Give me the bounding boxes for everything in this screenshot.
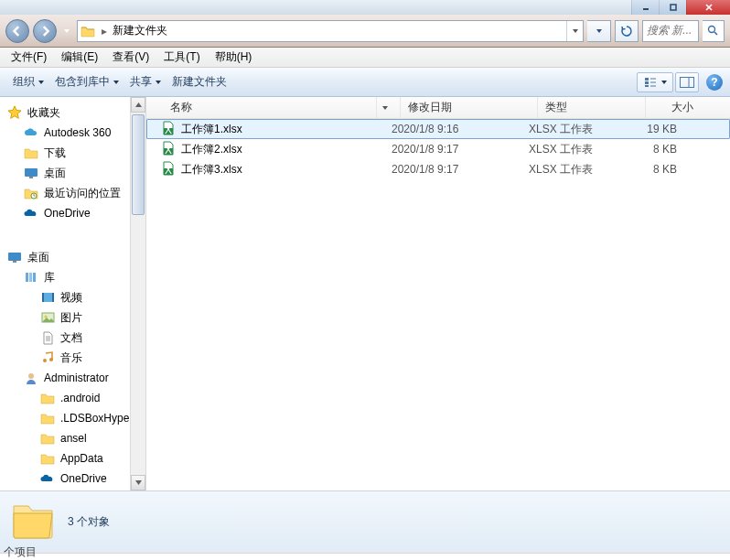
- sidebar-item-desktop-fav[interactable]: 桌面: [0, 163, 145, 183]
- menu-help[interactable]: 帮助(H): [208, 48, 260, 67]
- svg-line-5: [714, 32, 717, 35]
- cloud-icon: [24, 125, 38, 140]
- sidebar-item-onedrive-user[interactable]: OneDrive: [0, 468, 145, 489]
- file-type: XLSX 工作表: [521, 142, 629, 157]
- svg-rect-6: [645, 78, 649, 81]
- nav-back-button[interactable]: [5, 19, 29, 43]
- new-folder-button[interactable]: 新建文件夹: [166, 71, 232, 92]
- column-header-date[interactable]: 修改日期: [401, 97, 538, 118]
- sidebar-item-ansel[interactable]: ansel: [0, 428, 145, 448]
- preview-pane-button[interactable]: [675, 72, 699, 92]
- svg-rect-8: [645, 85, 649, 87]
- file-row[interactable]: X工作簿3.xlsx 2020/1/8 9:17 XLSX 工作表 8 KB: [146, 159, 730, 179]
- onedrive-icon: [24, 206, 38, 221]
- address-dropdown-button[interactable]: [587, 20, 611, 42]
- sidebar-item-pictures[interactable]: 图片: [0, 307, 145, 328]
- svg-rect-21: [33, 273, 36, 282]
- sidebar-libraries[interactable]: 库: [0, 267, 145, 287]
- file-row[interactable]: X工作簿2.xlsx 2020/1/8 9:17 XLSX 工作表 8 KB: [146, 139, 730, 159]
- svg-point-30: [43, 359, 47, 362]
- scroll-track[interactable]: [131, 113, 145, 475]
- svg-rect-12: [681, 77, 694, 87]
- sidebar-item-videos[interactable]: 视频: [0, 287, 145, 307]
- search-placeholder: 搜索 新...: [647, 23, 692, 38]
- search-button[interactable]: [703, 20, 725, 42]
- view-mode-button[interactable]: [637, 72, 673, 92]
- sidebar-item-android[interactable]: .android: [0, 388, 145, 408]
- sidebar-desktop[interactable]: 桌面: [0, 247, 145, 267]
- menu-file[interactable]: 文件(F): [4, 48, 54, 67]
- sidebar-item-onedrive-fav[interactable]: OneDrive: [0, 203, 145, 223]
- file-type: XLSX 工作表: [521, 162, 629, 178]
- command-toolbar: 组织 包含到库中 共享 新建文件夹 ?: [0, 68, 730, 97]
- help-button[interactable]: ?: [706, 74, 723, 91]
- sidebar-favorites[interactable]: 收藏夹: [0, 102, 145, 123]
- sidebar-item-recent[interactable]: 最近访问的位置: [0, 183, 145, 203]
- menu-tools[interactable]: 工具(T): [156, 48, 207, 67]
- address-path: 新建文件夹: [111, 23, 566, 38]
- svg-rect-20: [29, 273, 32, 282]
- status-label: 个项目: [4, 544, 37, 560]
- column-header-row: 名称 修改日期 类型 大小: [146, 97, 730, 119]
- svg-rect-24: [52, 293, 54, 302]
- svg-rect-1: [671, 5, 676, 10]
- svg-rect-15: [29, 177, 33, 178]
- window-maximize-button[interactable]: [659, 0, 686, 15]
- file-date: 2020/1/8 9:17: [384, 163, 521, 176]
- folder-icon: [24, 145, 38, 160]
- star-icon: [7, 105, 22, 120]
- file-name: 工作簿3.xlsx: [181, 162, 242, 178]
- sidebar-item-downloads[interactable]: 下载: [0, 143, 145, 163]
- column-header-size[interactable]: 大小: [646, 97, 701, 118]
- address-bar[interactable]: ▸ 新建文件夹: [77, 20, 584, 42]
- nav-history-dropdown[interactable]: [60, 21, 73, 41]
- file-size: 8 KB: [629, 143, 684, 156]
- file-list-pane: 名称 修改日期 类型 大小 X工作簿1.xlsx 2020/1/8 9:16 X…: [146, 97, 730, 490]
- search-input[interactable]: 搜索 新...: [642, 20, 699, 42]
- menu-view[interactable]: 查看(V): [105, 48, 156, 67]
- window-close-button[interactable]: [686, 0, 730, 15]
- video-icon: [40, 290, 55, 305]
- svg-text:X: X: [165, 164, 172, 176]
- window-minimize-button[interactable]: [631, 0, 659, 15]
- navigation-bar: ▸ 新建文件夹 搜索 新...: [0, 15, 730, 48]
- address-dropdown-icon[interactable]: [566, 21, 583, 41]
- folder-icon: [78, 21, 98, 41]
- scroll-thumb[interactable]: [132, 114, 145, 215]
- svg-rect-23: [42, 293, 44, 302]
- include-in-library-button[interactable]: 包含到库中: [49, 71, 124, 92]
- organize-button[interactable]: 组织: [7, 71, 49, 92]
- sidebar-item-appdata[interactable]: AppData: [0, 448, 145, 468]
- scroll-up-button[interactable]: [131, 97, 145, 113]
- svg-text:X: X: [165, 144, 172, 156]
- desktop-icon: [24, 166, 38, 180]
- column-header-name[interactable]: 名称: [163, 97, 401, 118]
- file-rows: X工作簿1.xlsx 2020/1/8 9:16 XLSX 工作表 19 KB …: [146, 119, 730, 490]
- file-row[interactable]: X工作簿1.xlsx 2020/1/8 9:16 XLSX 工作表 19 KB: [146, 119, 730, 139]
- xlsx-file-icon: X: [161, 141, 176, 158]
- sidebar-scrollbar[interactable]: [130, 97, 145, 490]
- share-button[interactable]: 共享: [124, 71, 166, 92]
- svg-point-31: [49, 358, 53, 361]
- folder-large-icon: [11, 501, 55, 544]
- sidebar-user[interactable]: Administrator: [0, 368, 145, 388]
- folder-icon: [40, 431, 55, 446]
- music-icon: [40, 350, 55, 365]
- sidebar-item-autodesk360[interactable]: Autodesk 360: [0, 123, 145, 143]
- svg-text:X: X: [165, 124, 172, 135]
- sidebar-item-music[interactable]: 音乐: [0, 348, 145, 368]
- pictures-icon: [40, 310, 55, 325]
- xlsx-file-icon: X: [161, 161, 176, 178]
- libraries-icon: [24, 270, 38, 285]
- nav-forward-button[interactable]: [33, 19, 57, 43]
- file-size: 19 KB: [629, 123, 684, 135]
- column-header-type[interactable]: 类型: [538, 97, 646, 118]
- sidebar-item-ldsbox[interactable]: .LDSBoxHyperv: [0, 408, 145, 428]
- address-chevron-icon[interactable]: ▸: [98, 25, 111, 38]
- refresh-button[interactable]: [615, 20, 639, 42]
- file-date: 2020/1/8 9:16: [384, 123, 521, 135]
- sidebar-item-documents[interactable]: 文档: [0, 328, 145, 348]
- menu-edit[interactable]: 编辑(E): [54, 48, 105, 67]
- scroll-down-button[interactable]: [131, 475, 145, 490]
- recent-icon: [24, 186, 38, 200]
